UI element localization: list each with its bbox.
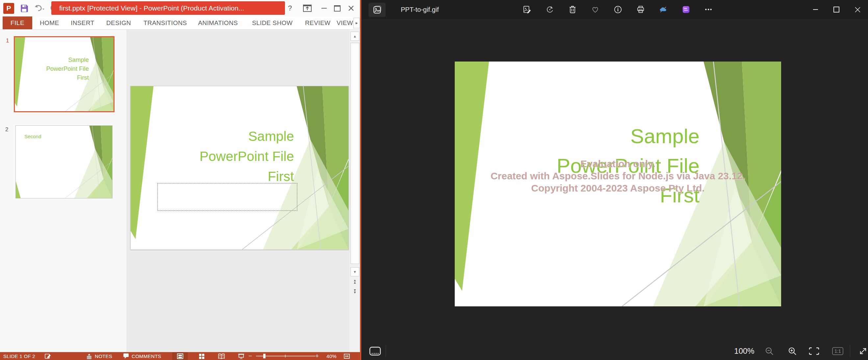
photos-minimize-button[interactable] [805,0,826,19]
photos-bottom-bar: 100% [361,342,868,360]
print-icon[interactable] [637,6,645,13]
document-title: first.pptx [Protected View] - PowerPoint… [51,1,285,15]
normal-view-button[interactable] [172,352,188,360]
fit-to-window-icon[interactable] [808,342,820,360]
zoom-level[interactable]: 40% [327,352,337,360]
info-icon[interactable] [614,6,622,13]
onedrive-sync-off-icon[interactable] [659,6,667,13]
subtitle-placeholder[interactable] [157,183,298,211]
notes-icon[interactable] [86,352,92,360]
fullscreen-icon[interactable] [857,342,868,360]
slide-2-title: Second [24,133,41,139]
tab-animations[interactable]: ANIMATIONS [198,17,238,29]
fit-slide-to-window-button[interactable] [343,352,350,360]
favorite-heart-icon[interactable] [591,6,599,13]
aspose-watermark: Evaluation only. Created with Aspose.Sli… [455,158,781,194]
slide-thumbnail-1[interactable]: Sample PowerPoint File First [14,36,115,112]
actual-size-icon[interactable]: 1:1 [831,342,844,360]
comments-icon[interactable] [123,352,129,360]
undo-icon[interactable] [34,4,44,12]
powerpoint-app-icon[interactable]: P [3,3,14,14]
photo-image[interactable]: Sample PowerPoint File First Evaluation … [455,62,781,306]
photos-title-bar: PPT-to-gif.gif [361,0,868,19]
zoom-out-icon[interactable] [763,342,775,360]
slide-canvas[interactable]: Sample PowerPoint File First [130,86,349,250]
powerpoint-window: P [0,0,360,360]
ppt-close-button[interactable] [344,0,358,17]
scrollbar-thumb[interactable] [350,43,359,264]
tab-file[interactable]: FILE [3,17,32,29]
scroll-down-button[interactable]: ▼ [350,267,359,276]
ribbon-display-options-icon[interactable] [301,0,314,17]
photo-filename: PPT-to-gif.gif [401,0,439,19]
ribbon-scroll-right-button[interactable]: ▸ [353,18,360,28]
tab-insert[interactable]: INSERT [71,17,94,29]
ppt-minimize-button[interactable] [318,0,330,17]
pen-icon[interactable] [45,352,51,360]
zoom-slider-thumb[interactable] [263,354,266,358]
window-border-accent [360,0,361,360]
edit-image-icon[interactable] [523,6,531,13]
slide-show-view-button[interactable] [234,352,248,360]
rotate-icon[interactable] [546,6,554,13]
photos-toolbar: ••• [523,0,713,19]
help-icon[interactable]: ? [284,0,296,17]
ppt-title-bar: P [0,0,360,17]
zoom-level[interactable]: 100% [733,342,756,360]
ppt-workspace: 1 Sample PowerPoi [0,30,360,352]
slide-editor-pane: Sample PowerPoint File First [127,30,350,352]
scroll-up-button[interactable]: ▲ [350,32,359,41]
clipchamp-icon[interactable] [682,6,690,13]
photos-app-icon[interactable] [369,3,385,17]
ribbon-tab-bar: FILE HOME INSERT DESIGN TRANSITIONS ANIM… [0,17,360,30]
tab-review[interactable]: REVIEW [305,17,330,29]
filmstrip-toggle-icon[interactable] [368,342,382,360]
slide-thumbnail-panel: 1 Sample PowerPoi [0,30,127,352]
tab-slide-show[interactable]: SLIDE SHOW [252,17,292,29]
ppt-maximize-button[interactable] [331,0,343,17]
save-icon[interactable] [20,4,29,13]
photos-window: PPT-to-gif.gif [361,0,868,360]
slide-title: Sample PowerPoint File First [46,55,89,82]
slide-thumbnail-2[interactable]: Second [16,125,113,199]
delete-icon[interactable] [568,6,577,13]
divider [850,345,850,357]
comments-button[interactable]: COMMENTS [132,352,161,360]
zoom-out-button[interactable]: − [248,352,252,360]
vertical-scrollbar[interactable]: ▲ ▼ ▲▲ ▼▼ [350,30,360,352]
tab-view[interactable]: VIEW [337,17,353,29]
photos-window-controls [805,0,868,19]
more-options-icon[interactable]: ••• [705,6,713,13]
slide-1-number: 1 [6,37,9,44]
photos-close-button[interactable] [847,0,868,19]
reading-view-button[interactable] [214,352,229,360]
zoom-in-icon[interactable] [786,342,798,360]
screen: P [0,0,868,360]
divider [385,345,386,357]
slide-title-textbox[interactable]: Sample PowerPoint File First [199,126,294,187]
slide-sorter-view-button[interactable] [194,352,209,360]
slide-indicator: SLIDE 1 OF 2 [3,352,35,360]
tab-home[interactable]: HOME [40,17,59,29]
previous-slide-button[interactable]: ▲▲ [350,279,359,284]
tab-transitions[interactable]: TRANSITIONS [144,17,187,29]
zoom-slider-center-tick [285,355,286,357]
tab-design[interactable]: DESIGN [106,17,131,29]
zoom-in-button[interactable]: + [315,352,319,360]
ppt-status-bar: SLIDE 1 OF 2 NOTES [0,352,360,360]
slide-2-number: 2 [5,126,8,133]
notes-button[interactable]: NOTES [95,352,112,360]
next-slide-button[interactable]: ▼▼ [350,289,359,294]
photos-maximize-button[interactable] [826,0,847,19]
